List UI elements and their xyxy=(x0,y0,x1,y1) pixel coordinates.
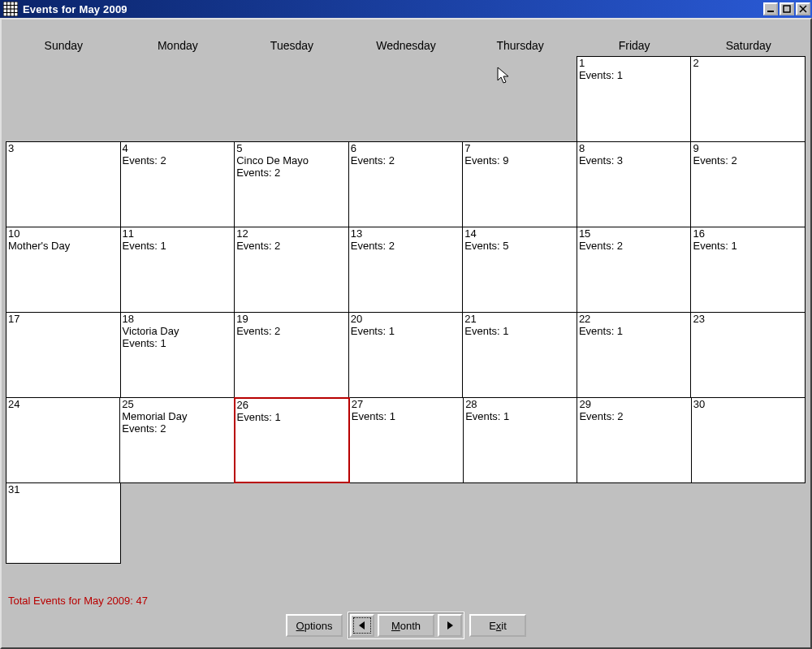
calendar-cell[interactable]: 14Events: 5 xyxy=(462,227,577,313)
day-number: 27 xyxy=(352,398,461,410)
button-row: Options Month Exit xyxy=(2,612,810,639)
events-count: Events: 1 xyxy=(352,410,461,422)
calendar-cell[interactable]: 25Memorial DayEvents: 2 xyxy=(119,397,234,483)
events-count: Events: 2 xyxy=(351,154,461,167)
holiday-label: Memorial Day xyxy=(122,410,231,422)
calendar-cell[interactable]: 11Events: 1 xyxy=(120,227,235,313)
calendar-cell[interactable]: 26Events: 1 xyxy=(234,397,350,483)
options-button-label-mn: O xyxy=(296,620,304,632)
calendar-cell[interactable]: 31 xyxy=(6,482,121,564)
calendar-row: 10Mother's Day11Events: 112Events: 213Ev… xyxy=(6,227,806,313)
events-count: Events: 2 xyxy=(579,410,689,422)
calendar-cell[interactable]: 19Events: 2 xyxy=(234,312,349,398)
events-count: Events: 2 xyxy=(236,240,347,252)
calendar-cell-empty xyxy=(462,482,577,564)
calendar-cell[interactable]: 21Events: 1 xyxy=(462,312,577,398)
calendar-cell[interactable]: 13Events: 2 xyxy=(348,227,464,313)
events-count: Events: 1 xyxy=(464,325,575,337)
svg-rect-8 xyxy=(767,11,774,12)
next-month-button[interactable] xyxy=(438,614,462,637)
day-number: 17 xyxy=(8,313,119,325)
svg-marker-10 xyxy=(359,621,365,630)
calendar-cell-empty xyxy=(348,482,464,564)
calendar-cell[interactable]: 20Events: 1 xyxy=(348,312,464,398)
day-number: 2 xyxy=(693,57,803,69)
events-count: Events: 2 xyxy=(122,422,231,435)
calendar-cell[interactable]: 6Events: 2 xyxy=(348,141,464,227)
calendar-cell[interactable]: 9Events: 2 xyxy=(690,141,806,227)
calendar-cell[interactable]: 17 xyxy=(6,312,121,398)
day-number: 3 xyxy=(8,142,119,154)
events-count: Events: 2 xyxy=(693,154,803,167)
events-count: Events: 3 xyxy=(579,154,689,167)
calendar-cell[interactable]: 5Cinco De MayoEvents: 2 xyxy=(234,141,349,227)
calendar-cell-empty xyxy=(6,56,121,142)
close-button[interactable] xyxy=(796,2,810,15)
calendar-cell-empty xyxy=(120,482,235,564)
calendar-cell[interactable]: 1Events: 1 xyxy=(577,56,692,142)
calendar-row: 1Events: 12 xyxy=(6,57,806,142)
calendar-cell[interactable]: 12Events: 2 xyxy=(234,227,349,313)
app-icon xyxy=(3,2,18,16)
calendar-cell[interactable]: 15Events: 2 xyxy=(577,227,692,313)
events-count: Events: 9 xyxy=(464,154,575,167)
day-number: 25 xyxy=(122,398,231,410)
maximize-button[interactable] xyxy=(780,2,794,15)
month-button-label-mn: M xyxy=(391,620,400,632)
calendar-cell[interactable]: 16Events: 1 xyxy=(690,227,806,313)
window-controls xyxy=(762,2,810,15)
day-number: 21 xyxy=(464,313,575,325)
day-number: 8 xyxy=(579,142,689,154)
calendar-cell[interactable]: 2 xyxy=(690,56,806,142)
day-number: 18 xyxy=(123,313,233,325)
calendar-cell[interactable]: 18Victoria DayEvents: 1 xyxy=(120,312,235,398)
day-number: 29 xyxy=(579,398,689,410)
day-number: 7 xyxy=(464,142,575,154)
client-area: Sunday Monday Tuesday Wednesday Thursday… xyxy=(0,18,812,649)
calendar-cell[interactable]: 4Events: 2 xyxy=(120,141,235,227)
calendar-cell[interactable]: 27Events: 1 xyxy=(349,397,464,483)
calendar-cell[interactable]: 30 xyxy=(691,397,806,483)
day-number: 30 xyxy=(693,398,803,410)
calendar-cell[interactable]: 23 xyxy=(690,312,806,398)
calendar-cell[interactable]: 22Events: 1 xyxy=(577,312,692,398)
events-count: Events: 1 xyxy=(123,240,233,252)
events-count: Events: 1 xyxy=(351,325,461,337)
day-number: 19 xyxy=(236,313,347,325)
month-nav-group: Month xyxy=(348,612,464,639)
calendar-cell-empty xyxy=(462,56,577,142)
calendar-row: 2425Memorial DayEvents: 226Events: 127Ev… xyxy=(6,398,806,483)
calendar-cell[interactable]: 3 xyxy=(6,141,121,227)
day-number: 9 xyxy=(693,142,803,154)
day-number: 12 xyxy=(236,227,347,240)
triangle-left-icon xyxy=(358,620,366,632)
day-number: 11 xyxy=(123,227,233,240)
exit-button[interactable]: Exit xyxy=(469,614,526,637)
day-number: 22 xyxy=(579,313,689,325)
title-bar: Events for May 2009 xyxy=(0,0,812,18)
calendar-cell-empty xyxy=(577,482,692,564)
events-count: Events: 1 xyxy=(579,325,689,337)
minimize-button[interactable] xyxy=(763,2,778,15)
month-button[interactable]: Month xyxy=(378,614,434,637)
calendar-cell[interactable]: 10Mother's Day xyxy=(6,227,121,313)
holiday-label: Victoria Day xyxy=(123,325,233,337)
exit-button-label: it xyxy=(501,620,507,632)
events-count: Events: 1 xyxy=(579,69,689,81)
holiday-label: Cinco De Mayo xyxy=(236,154,347,167)
prev-month-button[interactable] xyxy=(350,614,374,637)
calendar-cell[interactable]: 29Events: 2 xyxy=(577,397,691,483)
window-title: Events for May 2009 xyxy=(21,3,762,15)
calendar-row: 31 xyxy=(6,483,806,564)
day-number: 5 xyxy=(236,142,347,154)
calendar-cell[interactable]: 8Events: 3 xyxy=(577,141,692,227)
calendar-cell[interactable]: 28Events: 1 xyxy=(463,397,577,483)
events-count: Events: 2 xyxy=(236,325,347,337)
exit-button-label-pre: E xyxy=(489,620,496,632)
day-number: 15 xyxy=(579,227,689,240)
options-button[interactable]: Options xyxy=(286,614,343,637)
day-number: 4 xyxy=(123,142,233,154)
calendar-cell-empty xyxy=(234,56,349,142)
calendar-cell[interactable]: 7Events: 9 xyxy=(462,141,577,227)
calendar-cell[interactable]: 24 xyxy=(6,397,120,483)
